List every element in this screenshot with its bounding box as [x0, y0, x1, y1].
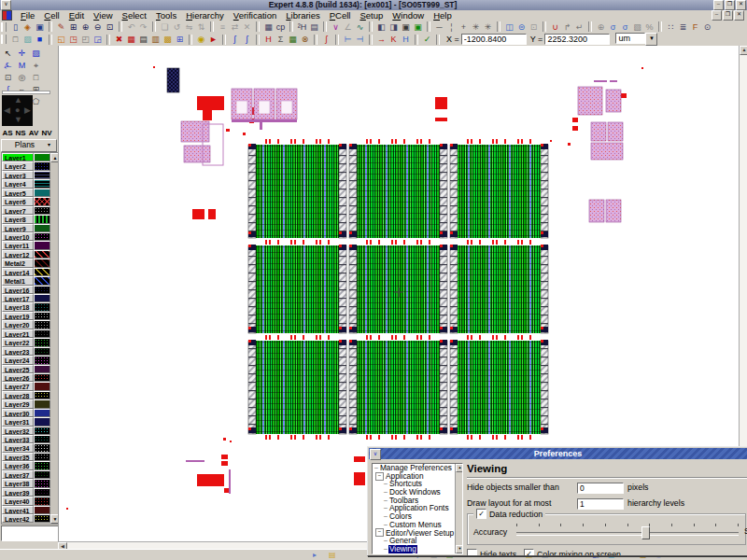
- layer-row[interactable]: Layer41: [2, 506, 50, 514]
- ruler-bar-button[interactable]: ¦: [445, 21, 458, 33]
- layer-row[interactable]: Layer38: [2, 479, 50, 487]
- layer-row[interactable]: Layer39: [2, 488, 50, 497]
- pan-tool[interactable]: ✛: [15, 48, 29, 60]
- layer-row[interactable]: Layer19: [2, 312, 50, 320]
- layer-name[interactable]: Layer6: [2, 197, 34, 205]
- layer-swatch[interactable]: [34, 461, 50, 469]
- layer-row[interactable]: Layer32: [2, 427, 50, 435]
- menu-item-hierarchy[interactable]: Hierarchy: [181, 10, 229, 21]
- x-coordinate-input[interactable]: [461, 34, 527, 45]
- rotate-button[interactable]: ↺: [171, 21, 183, 33]
- nav-center-icon[interactable]: ●: [15, 106, 20, 115]
- layer-name[interactable]: Layer38: [2, 479, 34, 487]
- layer-row[interactable]: Layer6: [2, 197, 50, 205]
- layer-name[interactable]: Metal1: [2, 276, 34, 285]
- cell-orange-button[interactable]: ◱: [55, 34, 67, 45]
- copy-view-button[interactable]: ◨: [388, 21, 400, 33]
- fill-cell-button[interactable]: F: [689, 21, 701, 33]
- layer-row[interactable]: Layer4: [2, 179, 50, 188]
- menu-item-file[interactable]: File: [16, 10, 39, 21]
- layer-filter-input[interactable]: [1, 525, 60, 541]
- layer-swatch[interactable]: [34, 514, 50, 523]
- menu-item-pcell[interactable]: PCell: [325, 10, 356, 21]
- nav-right-icon[interactable]: ▶: [24, 106, 31, 115]
- layer-row[interactable]: Layer2: [2, 161, 50, 170]
- pick-tool[interactable]: ⌖: [29, 60, 43, 72]
- rect-tool-button[interactable]: □: [9, 34, 21, 45]
- layer-name[interactable]: Layer19: [2, 312, 34, 320]
- swap-button[interactable]: ⇄: [229, 21, 241, 33]
- slider-thumb[interactable]: [641, 526, 650, 539]
- sigma-1-button[interactable]: σ: [607, 21, 619, 33]
- menu-item-tools[interactable]: Tools: [151, 10, 181, 21]
- edit-tool-button[interactable]: ✎: [55, 21, 67, 33]
- pins-button[interactable]: ∷: [665, 21, 677, 33]
- menu-item-window[interactable]: Window: [388, 10, 429, 21]
- layer-swatch[interactable]: [34, 479, 50, 487]
- zoom-out-button[interactable]: ⊖: [92, 21, 104, 33]
- box-y-button[interactable]: ▩: [162, 34, 174, 45]
- flip-v-button[interactable]: ⇅: [195, 21, 207, 33]
- close-button[interactable]: ✕: [736, 0, 746, 10]
- tree-expander-icon[interactable]: −: [375, 528, 384, 537]
- box-point-tool[interactable]: ⊡: [1, 72, 15, 84]
- align-left-button[interactable]: ⊢: [342, 34, 354, 45]
- layer-row[interactable]: Layer42: [2, 514, 50, 523]
- layer-swatch[interactable]: [34, 347, 50, 356]
- new-cell-button[interactable]: ▯: [9, 21, 21, 33]
- slider-track[interactable]: [516, 532, 739, 536]
- layer-row[interactable]: Layer12: [2, 250, 50, 259]
- layer-swatch[interactable]: [34, 356, 50, 364]
- layer-row[interactable]: Layer3: [2, 171, 50, 179]
- nav-left-icon[interactable]: ◀: [4, 106, 10, 115]
- cell-red-button[interactable]: ◳: [67, 34, 79, 45]
- layer-row[interactable]: Layer40: [2, 497, 50, 505]
- layer-swatch[interactable]: [34, 268, 50, 276]
- view-3d-button[interactable]: ◧: [375, 21, 388, 33]
- pref-tree-item-general[interactable]: –General: [373, 537, 462, 545]
- mdi-close-button[interactable]: ✕: [734, 10, 744, 21]
- pattern-box-button[interactable]: ▧: [631, 21, 643, 33]
- delete-red-button[interactable]: ✖: [113, 34, 125, 45]
- layer-row[interactable]: Metal1: [2, 276, 50, 285]
- run-arrow-button[interactable]: →: [375, 34, 388, 45]
- view-button-ns[interactable]: NS: [14, 128, 27, 138]
- zoom-in-button[interactable]: ⊕: [79, 21, 92, 33]
- layer-row[interactable]: Layer25: [2, 365, 50, 373]
- xor-button[interactable]: ⊗: [299, 34, 311, 45]
- layer-row[interactable]: Layer26: [2, 373, 50, 382]
- h-marker-button[interactable]: H: [262, 34, 275, 45]
- layer-name[interactable]: Layer37: [2, 470, 34, 479]
- layer-row[interactable]: Layer30: [2, 409, 50, 417]
- poly-cut-button[interactable]: ◰: [79, 34, 92, 45]
- layer-swatch[interactable]: [34, 427, 50, 435]
- layer-name[interactable]: Layer11: [2, 241, 34, 249]
- layer-name[interactable]: Layer39: [2, 488, 34, 497]
- window-blend-button[interactable]: ⊜: [515, 21, 528, 33]
- checkbox-color-mixing-on-screen[interactable]: ✓Color mixing on screen: [524, 549, 621, 555]
- select-tool[interactable]: ↖: [1, 48, 15, 60]
- layer-swatch[interactable]: [34, 382, 50, 390]
- nav-up-icon[interactable]: ▲: [14, 96, 22, 105]
- layer-name[interactable]: Layer32: [2, 427, 34, 435]
- layer-swatch[interactable]: [34, 391, 50, 399]
- layer-swatch[interactable]: [34, 488, 50, 497]
- scroll-up-icon[interactable]: ▲: [456, 464, 463, 472]
- layer-swatch[interactable]: [34, 312, 50, 320]
- dialog-title-bar[interactable]: Preferences: [369, 448, 747, 459]
- open-cell-button[interactable]: ◈: [21, 21, 34, 33]
- layer-swatch[interactable]: [34, 329, 50, 338]
- layer-row[interactable]: Layer23: [2, 347, 50, 356]
- layer-swatch[interactable]: [34, 241, 50, 249]
- green-box-button[interactable]: ▣: [412, 21, 424, 33]
- layer-name[interactable]: Layer26: [2, 373, 34, 382]
- layer-name[interactable]: Layer36: [2, 461, 34, 469]
- measure-tool[interactable]: M: [15, 60, 29, 72]
- layer-name[interactable]: Layer9: [2, 224, 34, 232]
- layer-name[interactable]: Layer4: [2, 179, 34, 188]
- view-button-av[interactable]: AV: [27, 128, 40, 138]
- layer-row[interactable]: Layer31: [2, 417, 50, 426]
- s-curve-button[interactable]: ʃ: [320, 34, 332, 45]
- layer-swatch[interactable]: [34, 435, 50, 443]
- layer-row[interactable]: Layer36: [2, 461, 50, 469]
